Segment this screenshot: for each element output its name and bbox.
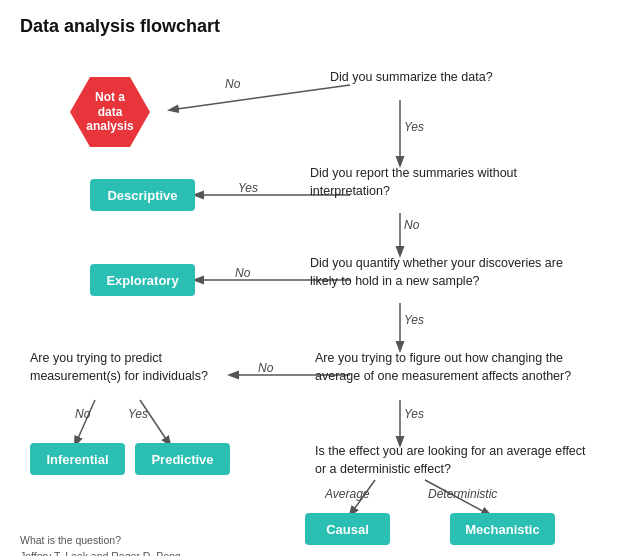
flowchart: Not a data analysis Did you summarize th…: [20, 55, 614, 525]
page-title: Data analysis flowchart: [20, 16, 614, 37]
q2-no-label: No: [404, 218, 419, 232]
causal-node: Causal: [305, 513, 390, 545]
question-6: Is the effect you are looking for an ave…: [315, 443, 595, 478]
q6-deterministic-label: Deterministic: [428, 487, 497, 501]
mechanistic-node: Mechanistic: [450, 513, 555, 545]
svg-line-1: [170, 85, 350, 110]
q1-no-label: No: [225, 77, 240, 91]
q3-no-label: No: [235, 266, 250, 280]
q5-no-label: No: [258, 361, 273, 375]
not-data-analysis-node: Not a data analysis: [70, 77, 150, 147]
descriptive-node: Descriptive: [90, 179, 195, 211]
q1-yes-label: Yes: [404, 120, 424, 134]
q2-yes-label: Yes: [238, 181, 258, 195]
question-3: Did you quantify whether your discoverie…: [310, 255, 580, 290]
q5-yes-label: Yes: [404, 407, 424, 421]
footer-line2: Jeffery T. Leek and Roger D. Peng: [20, 549, 614, 556]
inferential-node: Inferential: [30, 443, 125, 475]
question-4: Are you trying to predict measurement(s)…: [30, 350, 215, 385]
q3-yes-label: Yes: [404, 313, 424, 327]
q4-yes-label: Yes: [128, 407, 148, 421]
q6-average-label: Average: [325, 487, 369, 501]
question-5: Are you trying to figure out how changin…: [315, 350, 595, 385]
question-1: Did you summarize the data?: [330, 69, 560, 87]
predictive-node: Predictive: [135, 443, 230, 475]
exploratory-node: Exploratory: [90, 264, 195, 296]
question-2: Did you report the summaries without int…: [310, 165, 560, 200]
q4-no-label: No: [75, 407, 90, 421]
